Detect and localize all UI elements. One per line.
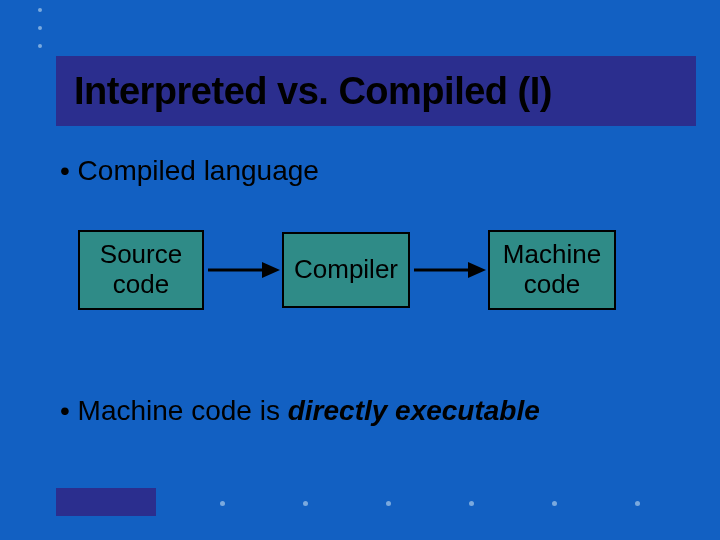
bullet-compiled-language: • Compiled language (60, 155, 319, 187)
box-label: code (524, 270, 580, 300)
arrow-icon (204, 260, 282, 280)
slide-title: Interpreted vs. Compiled (I) (74, 70, 552, 113)
decorative-dots-top (38, 8, 42, 62)
title-bar: Interpreted vs. Compiled (I) (56, 56, 696, 126)
box-machine-code: Machine code (488, 230, 616, 310)
box-label: Compiler (294, 255, 398, 285)
arrow-icon (410, 260, 488, 280)
bullet-text: • Machine code is (60, 395, 288, 426)
compile-diagram: Source code Compiler Machine code (78, 230, 616, 310)
svg-marker-3 (468, 262, 486, 278)
footer-decoration (0, 488, 720, 516)
bullet-emphasis: directly executable (288, 395, 540, 426)
box-label: Source (100, 240, 182, 270)
bullet-directly-executable: • Machine code is directly executable (60, 395, 540, 427)
box-source-code: Source code (78, 230, 204, 310)
box-label: Machine (503, 240, 601, 270)
box-label: code (113, 270, 169, 300)
footer-block (56, 488, 156, 516)
box-compiler: Compiler (282, 232, 410, 308)
decorative-dots-bottom (220, 501, 640, 506)
svg-marker-1 (262, 262, 280, 278)
